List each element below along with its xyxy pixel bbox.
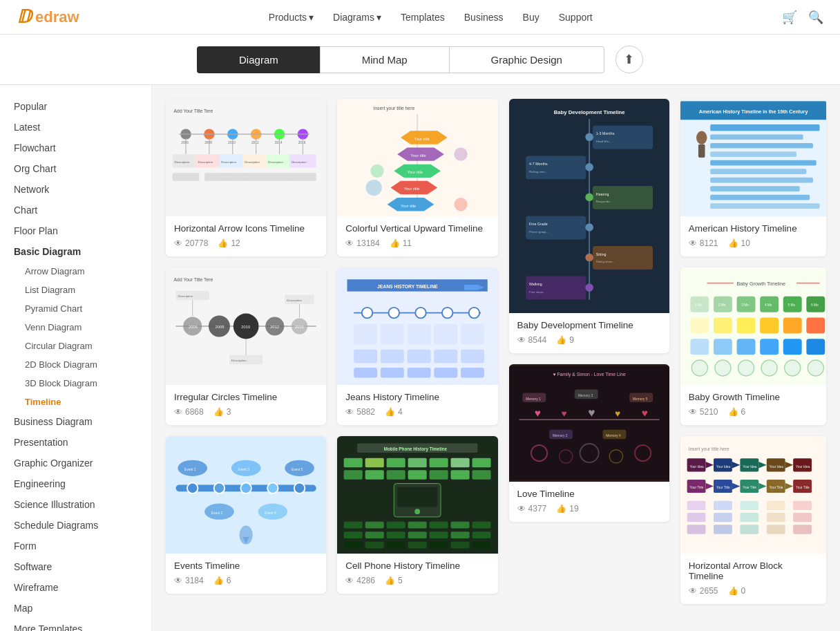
- card-horizontal-arrow-block-timeline[interactable]: Insert your title here Your Idea: [680, 436, 826, 604]
- sidebar-item-moretemplates[interactable]: More Templates: [0, 619, 151, 631]
- sidebar-item-circulardiagram[interactable]: Circular Diagram: [0, 337, 151, 355]
- svg-rect-300: [767, 513, 785, 522]
- thumbnail-jeans-history: JEANS HISTORY TIMELINE: [337, 267, 497, 385]
- sidebar-item-flowchart[interactable]: Flowchart: [0, 138, 151, 158]
- svg-text:♥: ♥: [534, 407, 540, 419]
- card-info: American History Timeline 👁 8121 👍 10: [680, 216, 826, 256]
- svg-text:Your Idea: Your Idea: [716, 465, 731, 469]
- sidebar-item-basicdiagram[interactable]: Basic Diagram: [0, 241, 151, 262]
- logo[interactable]: 𝔻 edraw: [17, 6, 79, 28]
- card-jeans-history-timeline[interactable]: JEANS HISTORY TIMELINE: [337, 267, 497, 425]
- nav-buy[interactable]: Buy: [523, 12, 540, 23]
- logo-text: edraw: [35, 8, 79, 26]
- sidebar-item-popular[interactable]: Popular: [0, 96, 151, 117]
- sidebar-item-engineering[interactable]: Engineering: [0, 473, 151, 494]
- svg-rect-247: [760, 318, 779, 334]
- svg-rect-118: [381, 368, 404, 378]
- card-american-history-timeline[interactable]: American History Timeline in the 19th Ce…: [680, 99, 826, 256]
- sidebar-item-graphicorganizer[interactable]: Graphic Organizer: [0, 453, 151, 473]
- sidebar-item-listdiagram[interactable]: List Diagram: [0, 281, 151, 299]
- nav-diagrams[interactable]: Diagrams ▾: [333, 12, 381, 23]
- view-count: 👁 4286: [345, 576, 375, 585]
- sidebar: Popular Latest Flowchart Org Chart Netwo…: [0, 85, 152, 631]
- sidebar-item-businessdiagram[interactable]: Business Diagram: [0, 411, 151, 432]
- card-love-timeline[interactable]: ♥ Family & Simon - Love Time Line ♥ ♥ ♥ …: [509, 364, 669, 522]
- card-cellphone-history-timeline[interactable]: Mobile Phone History Timeline: [337, 436, 497, 594]
- sidebar-item-timeline[interactable]: Timeline: [0, 393, 151, 411]
- sidebar-item-2dblock[interactable]: 2D Block Diagram: [0, 355, 151, 374]
- nav-business[interactable]: Business: [464, 12, 504, 23]
- svg-text:5 Mo: 5 Mo: [788, 303, 795, 307]
- svg-rect-226: [710, 195, 810, 200]
- svg-text:4-7 Months: 4-7 Months: [529, 162, 548, 166]
- tab-bar: Diagram Mind Map Graphic Design ⬆: [0, 35, 840, 85]
- sidebar-item-arrowdiagram[interactable]: Arrow Diagram: [0, 262, 151, 281]
- svg-text:Description: Description: [292, 160, 307, 164]
- svg-point-94: [455, 198, 468, 211]
- view-count: 👁 2655: [689, 586, 718, 596]
- card-info: Baby Development Timeline 👁 8544 👍 9: [509, 313, 669, 353]
- like-icon: 👍: [385, 576, 395, 585]
- svg-point-185: [585, 254, 593, 262]
- sidebar-item-chart[interactable]: Chart: [0, 200, 151, 220]
- sidebar-item-schedulediagrams[interactable]: Schedule Diagrams: [0, 515, 151, 536]
- cart-icon[interactable]: 🛒: [782, 10, 797, 25]
- svg-rect-225: [710, 186, 800, 191]
- nav-templates[interactable]: Templates: [401, 12, 445, 23]
- svg-rect-255: [806, 339, 825, 355]
- svg-rect-134: [387, 470, 405, 480]
- svg-text:♥: ♥: [641, 407, 647, 419]
- tab-graphic-design[interactable]: Graphic Design: [450, 46, 604, 73]
- sidebar-item-scienceillustration[interactable]: Science Illustration: [0, 494, 151, 515]
- svg-rect-144: [387, 522, 405, 529]
- sidebar-item-3dblock[interactable]: 3D Block Diagram: [0, 374, 151, 393]
- nav-products[interactable]: Products ▾: [269, 12, 314, 23]
- card-meta: 👁 6868 👍 3: [174, 407, 318, 417]
- svg-rect-126: [365, 458, 384, 468]
- svg-text:Hearing: Hearing: [595, 192, 609, 196]
- svg-rect-170: [526, 156, 586, 179]
- sidebar-item-floorplan[interactable]: Floor Plan: [0, 220, 151, 241]
- card-horizontal-arrow-icons-timeline[interactable]: Add Your Title Tere 2006 2008 2010: [166, 99, 326, 256]
- sidebar-item-wireframe[interactable]: Wireframe: [0, 577, 151, 598]
- sidebar-item-form[interactable]: Form: [0, 536, 151, 556]
- sidebar-item-presentation[interactable]: Presentation: [0, 432, 151, 453]
- svg-text:♥ Family & Simon - Love Time L: ♥ Family & Simon - Love Time Line: [553, 372, 625, 377]
- svg-point-95: [371, 164, 384, 178]
- upload-button[interactable]: ⬆: [615, 46, 643, 73]
- svg-text:2010: 2010: [241, 325, 250, 329]
- card-baby-growth-timeline[interactable]: Baby Growth Timeline 1 Mo 2 Mo 3 Mo: [680, 267, 826, 425]
- sidebar-item-software[interactable]: Software: [0, 556, 151, 577]
- tab-diagram[interactable]: Diagram: [197, 46, 320, 73]
- sidebar-item-latest[interactable]: Latest: [0, 117, 151, 138]
- svg-text:2006: 2006: [181, 141, 189, 144]
- card-info: Horizontal Arrow Icons Timeline 👁 20778 …: [166, 216, 326, 256]
- svg-rect-35: [219, 173, 246, 181]
- like-count: 👍 11: [390, 238, 412, 248]
- sidebar-item-venndiagram[interactable]: Venn Diagram: [0, 318, 151, 337]
- card-events-timeline[interactable]: Event 1 Event 3 Event 5 Event 2 Event 4: [166, 436, 326, 594]
- svg-rect-147: [451, 522, 470, 529]
- svg-rect-174: [593, 186, 653, 209]
- nav-support[interactable]: Support: [559, 12, 593, 23]
- like-count: 👍 6: [213, 576, 231, 585]
- tab-mindmap[interactable]: Mind Map: [320, 46, 450, 73]
- sidebar-item-pyramidchart[interactable]: Pyramid Chart: [0, 299, 151, 318]
- column-4: American History Timeline in the 19th Ce…: [680, 99, 826, 631]
- svg-text:Add Your Title Tere: Add Your Title Tere: [174, 277, 213, 282]
- sidebar-item-network[interactable]: Network: [0, 179, 151, 200]
- svg-text:2010: 2010: [228, 141, 236, 144]
- sidebar-item-map[interactable]: Map: [0, 598, 151, 619]
- svg-text:Description: Description: [287, 299, 302, 302]
- card-colorful-vertical-timeline[interactable]: Insert your title here Your title Your t…: [337, 99, 497, 256]
- svg-point-67: [294, 483, 305, 493]
- svg-rect-142: [344, 522, 363, 529]
- view-count: 👁 8121: [689, 238, 718, 248]
- sidebar-item-orgchart[interactable]: Org Chart: [0, 158, 151, 179]
- svg-rect-114: [408, 350, 431, 363]
- svg-rect-111: [461, 324, 484, 344]
- card-baby-development-timeline[interactable]: Baby Development Timeline 1-3 Months Hea…: [509, 99, 669, 353]
- search-icon[interactable]: 🔍: [808, 10, 823, 25]
- card-irregular-circles-timeline[interactable]: Add Your Title Tere 2006 2008 2010 2012: [166, 267, 326, 425]
- svg-rect-137: [451, 470, 470, 480]
